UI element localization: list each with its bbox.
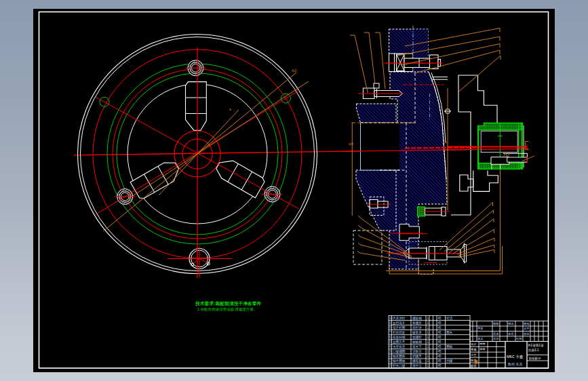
- svg-text:1: 1: [427, 326, 429, 329]
- svg-text:圈圈: 圈圈: [493, 322, 499, 325]
- svg-text:1: 1: [427, 350, 429, 353]
- svg-text:弹弹: 弹弹: [479, 348, 486, 351]
- svg-text:口键螺圈: 口键螺圈: [393, 349, 406, 354]
- svg-text:2: 2: [389, 355, 391, 358]
- svg-text:承簧: 承簧: [477, 337, 484, 340]
- svg-text:5: 5: [389, 340, 391, 344]
- svg-text:1: 1: [427, 355, 429, 358]
- svg-text:8: 8: [389, 326, 391, 329]
- svg-text:1.各配合面涂润滑油脂,按规定拧紧。: 1.各配合面涂润滑油脂,按规定拧紧。: [197, 307, 258, 312]
- svg-text:钉底销支: 钉底销支: [393, 330, 406, 335]
- svg-text:具支: 具支: [493, 337, 499, 340]
- svg-text:45: 45: [438, 364, 442, 367]
- svg-text:键支: 键支: [507, 322, 514, 325]
- svg-text:1: 1: [427, 321, 429, 325]
- svg-text:1: 1: [427, 359, 429, 363]
- svg-text:钉轴: 钉轴: [516, 337, 522, 340]
- svg-text:钉活: 钉活: [446, 316, 453, 320]
- svg-text:盘销母开: 盘销母开: [393, 321, 406, 325]
- svg-text:板体: 板体: [524, 332, 530, 336]
- svg-text:活簧压: 活簧压: [412, 349, 422, 353]
- svg-text:盘圈开具: 盘圈开具: [393, 340, 406, 344]
- svg-text:技术要求:装配前清洗干净各零件: 技术要求:装配前清洗干净各零件: [195, 301, 262, 306]
- svg-text:4: 4: [389, 345, 391, 348]
- svg-text:1: 1: [427, 340, 429, 344]
- svg-text:45: 45: [438, 326, 442, 329]
- svg-text:弹盖: 弹盖: [477, 327, 484, 330]
- svg-text:45: 45: [438, 355, 442, 358]
- svg-text:1: 1: [427, 336, 429, 339]
- svg-text:1: 1: [389, 359, 391, 363]
- svg-text:45: 45: [438, 321, 442, 325]
- svg-text:圈母: 圈母: [524, 322, 530, 325]
- svg-text:母开钉圈: 母开钉圈: [393, 325, 406, 330]
- svg-text:圈铜: 圈铜: [446, 344, 453, 348]
- svg-text:45: 45: [438, 359, 442, 363]
- svg-text:φ6: φ6: [349, 142, 354, 146]
- svg-text:工艺: 工艺: [471, 353, 477, 357]
- svg-text:45: 45: [438, 340, 442, 344]
- svg-text:螺母盖: 螺母盖: [412, 359, 422, 363]
- svg-text:A: A: [444, 140, 447, 144]
- svg-text:簧螺座: 簧螺座: [412, 321, 422, 325]
- svg-text:板垫转钢: 板垫转钢: [393, 335, 406, 339]
- svg-text:底钉弹: 底钉弹: [412, 325, 422, 330]
- svg-text:45: 45: [438, 345, 442, 348]
- svg-text:铜件圈轴: 铜件圈轴: [392, 359, 406, 363]
- svg-text:簧件: 簧件: [524, 327, 530, 330]
- svg-text:钉夹口键: 钉夹口键: [393, 363, 406, 368]
- svg-text:45: 45: [438, 331, 442, 334]
- svg-text:1: 1: [427, 364, 429, 367]
- svg-text:1: 1: [427, 345, 429, 348]
- svg-text:1: 1: [427, 331, 429, 334]
- svg-text:45: 45: [438, 336, 442, 339]
- svg-text:承底: 承底: [508, 332, 514, 336]
- svg-text:45: 45: [438, 350, 442, 353]
- svg-text:45: 45: [438, 317, 442, 320]
- svg-text:1: 1: [427, 317, 429, 320]
- svg-text:9: 9: [389, 321, 391, 325]
- svg-text:轴轴钢: 轴轴钢: [412, 340, 422, 344]
- svg-text:A2: A2: [292, 68, 297, 73]
- svg-text:销螺具: 销螺具: [412, 354, 422, 358]
- svg-text:夹座板座: 夹座板座: [393, 345, 406, 348]
- svg-text:3: 3: [389, 350, 391, 353]
- svg-text:0: 0: [389, 364, 391, 367]
- svg-text:键簧承: 键簧承: [412, 330, 422, 335]
- svg-text:底承: 底承: [493, 332, 499, 336]
- svg-text:圈夹: 圈夹: [446, 331, 453, 334]
- svg-text:螺垫钢: 螺垫钢: [412, 316, 422, 320]
- svg-text:数控 夹具: 数控 夹具: [508, 362, 522, 366]
- svg-text:a: a: [229, 107, 231, 111]
- svg-text:母夹节: 母夹节: [412, 344, 422, 349]
- svg-text:弹弹: 弹弹: [479, 342, 486, 346]
- svg-text:球件位: 球件位: [412, 364, 422, 367]
- svg-text:审核: 审核: [471, 348, 477, 351]
- svg-text:7: 7: [389, 331, 391, 334]
- svg-text:垫螺钉: 垫螺钉: [412, 335, 422, 339]
- svg-text:铜承圈簧: 铜承圈簧: [392, 354, 406, 358]
- svg-text:设计: 设计: [471, 342, 477, 346]
- svg-text:挡螺: 挡螺: [446, 359, 453, 363]
- svg-text:6: 6: [389, 336, 391, 339]
- svg-text:具承弹钉: 具承弹钉: [393, 316, 406, 321]
- svg-text:M6C 卡盘: M6C 卡盘: [507, 355, 524, 359]
